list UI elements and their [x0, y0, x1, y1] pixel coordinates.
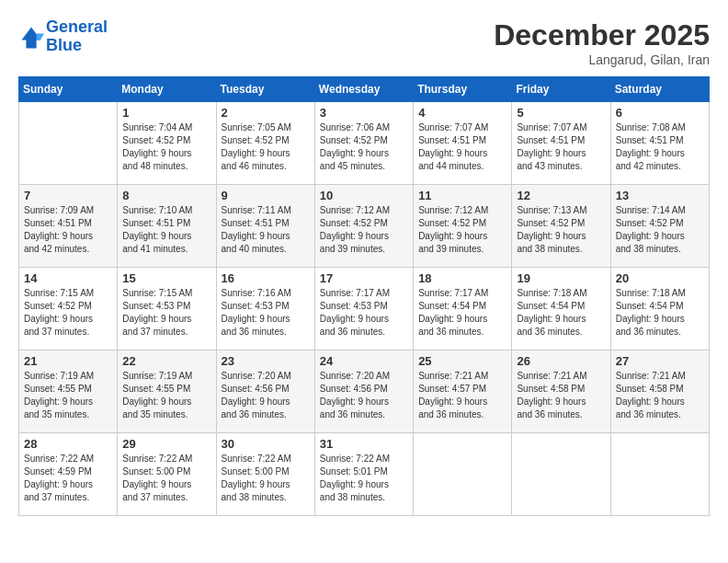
calendar-cell: 2Sunrise: 7:05 AM Sunset: 4:52 PM Daylig…: [216, 102, 314, 185]
calendar-cell: 3Sunrise: 7:06 AM Sunset: 4:52 PM Daylig…: [314, 102, 413, 185]
calendar-cell: 4Sunrise: 7:07 AM Sunset: 4:51 PM Daylig…: [414, 102, 512, 185]
day-number: 11: [418, 189, 506, 202]
weekday-header-cell: Friday: [512, 77, 610, 102]
day-number: 26: [517, 354, 605, 368]
calendar-cell: 21Sunrise: 7:19 AM Sunset: 4:55 PM Dayli…: [19, 350, 118, 433]
day-info: Sunrise: 7:21 AM Sunset: 4:58 PM Dayligh…: [517, 370, 605, 421]
day-number: 6: [616, 106, 704, 120]
day-info: Sunrise: 7:09 AM Sunset: 4:51 PM Dayligh…: [24, 204, 112, 256]
calendar-cell: 6Sunrise: 7:08 AM Sunset: 4:51 PM Daylig…: [610, 102, 709, 185]
day-number: 30: [222, 437, 310, 451]
day-number: 9: [222, 189, 310, 202]
day-number: 17: [320, 271, 408, 285]
day-info: Sunrise: 7:21 AM Sunset: 4:58 PM Dayligh…: [616, 370, 704, 421]
calendar-week-row: 14Sunrise: 7:15 AM Sunset: 4:52 PM Dayli…: [19, 268, 710, 350]
day-number: 24: [320, 354, 408, 368]
weekday-header-row: SundayMondayTuesdayWednesdayThursdayFrid…: [19, 77, 710, 102]
month-title: December 2025: [494, 18, 710, 52]
calendar-cell: 19Sunrise: 7:18 AM Sunset: 4:54 PM Dayli…: [512, 268, 610, 350]
day-number: 4: [418, 106, 506, 120]
calendar-cell: 17Sunrise: 7:17 AM Sunset: 4:53 PM Dayli…: [314, 268, 413, 350]
calendar-cell: 7Sunrise: 7:09 AM Sunset: 4:51 PM Daylig…: [19, 185, 118, 268]
calendar-cell: [414, 433, 512, 516]
calendar-cell: 22Sunrise: 7:19 AM Sunset: 4:55 PM Dayli…: [118, 350, 216, 433]
day-info: Sunrise: 7:15 AM Sunset: 4:53 PM Dayligh…: [122, 287, 210, 339]
day-info: Sunrise: 7:21 AM Sunset: 4:57 PM Dayligh…: [418, 370, 506, 421]
day-number: 15: [122, 271, 210, 285]
day-number: 28: [24, 437, 112, 451]
day-info: Sunrise: 7:22 AM Sunset: 5:00 PM Dayligh…: [222, 453, 310, 504]
page-header: GeneralBlue December 2025 Langarud, Gila…: [18, 18, 710, 67]
weekday-header-cell: Wednesday: [314, 77, 413, 102]
calendar-cell: [512, 433, 610, 516]
calendar-cell: 10Sunrise: 7:12 AM Sunset: 4:52 PM Dayli…: [314, 185, 413, 268]
day-info: Sunrise: 7:12 AM Sunset: 4:52 PM Dayligh…: [418, 204, 506, 256]
day-info: Sunrise: 7:14 AM Sunset: 4:52 PM Dayligh…: [616, 204, 704, 256]
day-info: Sunrise: 7:11 AM Sunset: 4:51 PM Dayligh…: [222, 204, 310, 256]
day-number: 10: [320, 189, 408, 202]
calendar-cell: 29Sunrise: 7:22 AM Sunset: 5:00 PM Dayli…: [118, 433, 216, 516]
day-info: Sunrise: 7:04 AM Sunset: 4:52 PM Dayligh…: [122, 121, 210, 173]
day-number: 19: [517, 271, 605, 285]
weekday-header-cell: Thursday: [414, 77, 512, 102]
calendar-cell: 25Sunrise: 7:21 AM Sunset: 4:57 PM Dayli…: [414, 350, 512, 433]
day-number: 27: [616, 354, 704, 368]
logo-icon: [18, 24, 44, 50]
calendar-body: 1Sunrise: 7:04 AM Sunset: 4:52 PM Daylig…: [19, 102, 710, 516]
day-info: Sunrise: 7:22 AM Sunset: 4:59 PM Dayligh…: [24, 453, 112, 504]
day-info: Sunrise: 7:22 AM Sunset: 5:00 PM Dayligh…: [122, 453, 210, 504]
day-info: Sunrise: 7:17 AM Sunset: 4:54 PM Dayligh…: [418, 287, 506, 339]
calendar-week-row: 7Sunrise: 7:09 AM Sunset: 4:51 PM Daylig…: [19, 185, 710, 268]
day-number: 21: [24, 354, 112, 368]
calendar-cell: 1Sunrise: 7:04 AM Sunset: 4:52 PM Daylig…: [118, 102, 216, 185]
day-info: Sunrise: 7:12 AM Sunset: 4:52 PM Dayligh…: [320, 204, 408, 256]
day-info: Sunrise: 7:22 AM Sunset: 5:01 PM Dayligh…: [320, 453, 408, 504]
day-info: Sunrise: 7:15 AM Sunset: 4:52 PM Dayligh…: [24, 287, 112, 339]
day-info: Sunrise: 7:07 AM Sunset: 4:51 PM Dayligh…: [418, 121, 506, 173]
day-number: 20: [616, 271, 704, 285]
calendar-week-row: 28Sunrise: 7:22 AM Sunset: 4:59 PM Dayli…: [19, 433, 710, 516]
calendar-cell: 5Sunrise: 7:07 AM Sunset: 4:51 PM Daylig…: [512, 102, 610, 185]
location: Langarud, Gilan, Iran: [494, 52, 710, 67]
day-number: 12: [517, 189, 605, 202]
title-section: December 2025 Langarud, Gilan, Iran: [494, 18, 710, 67]
day-info: Sunrise: 7:18 AM Sunset: 4:54 PM Dayligh…: [616, 287, 704, 339]
weekday-header-cell: Saturday: [610, 77, 709, 102]
day-info: Sunrise: 7:19 AM Sunset: 4:55 PM Dayligh…: [122, 370, 210, 421]
day-info: Sunrise: 7:06 AM Sunset: 4:52 PM Dayligh…: [320, 121, 408, 173]
calendar-cell: 31Sunrise: 7:22 AM Sunset: 5:01 PM Dayli…: [314, 433, 413, 516]
day-info: Sunrise: 7:17 AM Sunset: 4:53 PM Dayligh…: [320, 287, 408, 339]
day-number: 2: [222, 106, 310, 120]
calendar-week-row: 21Sunrise: 7:19 AM Sunset: 4:55 PM Dayli…: [19, 350, 710, 433]
day-info: Sunrise: 7:05 AM Sunset: 4:52 PM Dayligh…: [222, 121, 310, 173]
day-number: 25: [418, 354, 506, 368]
calendar-cell: 8Sunrise: 7:10 AM Sunset: 4:51 PM Daylig…: [118, 185, 216, 268]
day-number: 14: [24, 271, 112, 285]
calendar-cell: 9Sunrise: 7:11 AM Sunset: 4:51 PM Daylig…: [216, 185, 314, 268]
day-number: 31: [320, 437, 408, 451]
calendar-cell: [610, 433, 709, 516]
logo-text: GeneralBlue: [46, 18, 108, 55]
day-info: Sunrise: 7:20 AM Sunset: 4:56 PM Dayligh…: [222, 370, 310, 421]
day-info: Sunrise: 7:07 AM Sunset: 4:51 PM Dayligh…: [517, 121, 605, 173]
calendar-cell: 16Sunrise: 7:16 AM Sunset: 4:53 PM Dayli…: [216, 268, 314, 350]
calendar-cell: 18Sunrise: 7:17 AM Sunset: 4:54 PM Dayli…: [414, 268, 512, 350]
calendar-cell: 26Sunrise: 7:21 AM Sunset: 4:58 PM Dayli…: [512, 350, 610, 433]
day-number: 18: [418, 271, 506, 285]
day-info: Sunrise: 7:16 AM Sunset: 4:53 PM Dayligh…: [222, 287, 310, 339]
weekday-header-cell: Monday: [118, 77, 216, 102]
day-number: 1: [122, 106, 210, 120]
calendar-cell: 23Sunrise: 7:20 AM Sunset: 4:56 PM Dayli…: [216, 350, 314, 433]
day-info: Sunrise: 7:19 AM Sunset: 4:55 PM Dayligh…: [24, 370, 112, 421]
calendar-cell: [19, 102, 118, 185]
day-number: 16: [222, 271, 310, 285]
calendar-cell: 30Sunrise: 7:22 AM Sunset: 5:00 PM Dayli…: [216, 433, 314, 516]
day-number: 3: [320, 106, 408, 120]
calendar-cell: 13Sunrise: 7:14 AM Sunset: 4:52 PM Dayli…: [610, 185, 709, 268]
calendar-week-row: 1Sunrise: 7:04 AM Sunset: 4:52 PM Daylig…: [19, 102, 710, 185]
day-info: Sunrise: 7:18 AM Sunset: 4:54 PM Dayligh…: [517, 287, 605, 339]
day-info: Sunrise: 7:13 AM Sunset: 4:52 PM Dayligh…: [517, 204, 605, 256]
day-number: 5: [517, 106, 605, 120]
weekday-header-cell: Tuesday: [216, 77, 314, 102]
calendar-cell: 27Sunrise: 7:21 AM Sunset: 4:58 PM Dayli…: [610, 350, 709, 433]
